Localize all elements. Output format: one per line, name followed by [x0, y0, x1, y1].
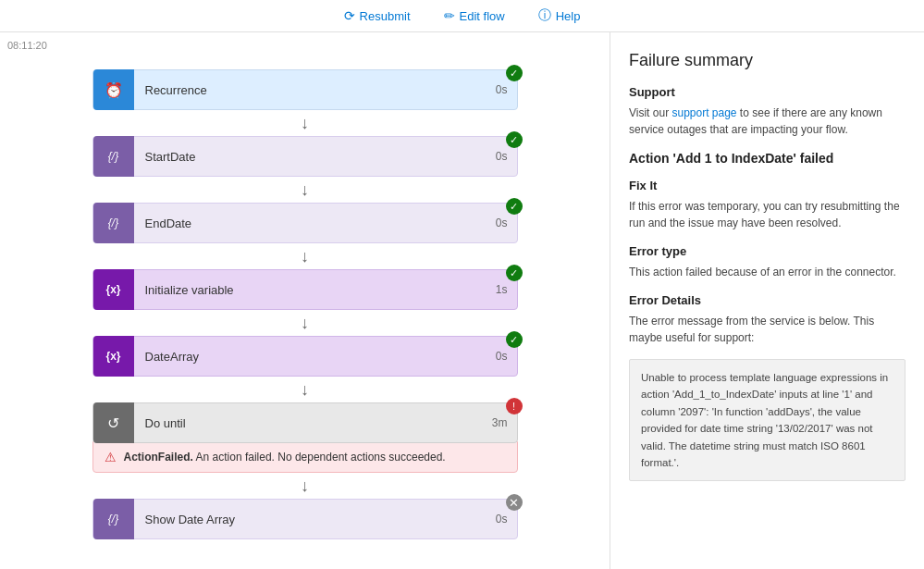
step-icon-startdate: {/} — [93, 136, 134, 177]
step-icon-dountil: ↺ — [93, 402, 134, 443]
main-layout: 08:11:20 ⏰ Recurrence 0s ✓ ↓ {/} StartDa… — [0, 32, 924, 569]
error-type-body: This action failed because of an error i… — [629, 264, 906, 280]
step-showdate[interactable]: {/} Show Date Array 0s ✕ — [92, 499, 518, 539]
help-label: Help — [556, 9, 581, 23]
support-page-link[interactable]: support page — [671, 106, 736, 119]
step-badge-initvar: ✓ — [506, 265, 523, 281]
edit-flow-button[interactable]: ✏ Edit flow — [440, 6, 509, 25]
error-details-title: Error Details — [629, 293, 906, 307]
support-section-title: Support — [629, 85, 906, 99]
arrow-5: ↓ — [301, 473, 309, 499]
step-icon-datearray: {x} — [93, 336, 134, 377]
resubmit-icon: ⟳ — [344, 8, 355, 23]
step-duration-datearray: 0s — [487, 350, 517, 363]
help-button[interactable]: ⓘ Help — [535, 6, 585, 26]
step-badge-recurrence: ✓ — [506, 65, 523, 81]
step-card-initvar[interactable]: {x} Initialize variable 1s ✓ — [92, 269, 518, 310]
error-bold-text: ActionFailed. — [124, 451, 193, 464]
step-card-enddate[interactable]: {/} EndDate 0s ✓ — [92, 203, 518, 243]
resubmit-button[interactable]: ⟳ Resubmit — [340, 6, 414, 25]
arrow-4: ↓ — [301, 377, 309, 402]
step-datearray[interactable]: {x} DateArray 0s ✓ — [92, 336, 518, 377]
step-badge-startdate: ✓ — [506, 131, 523, 148]
step-duration-initvar: 1s — [487, 283, 517, 296]
step-duration-startdate: 0s — [487, 150, 517, 163]
arrow-3: ↓ — [301, 310, 309, 336]
step-icon-showdate: {/} — [93, 499, 134, 539]
flow-panel: 08:11:20 ⏰ Recurrence 0s ✓ ↓ {/} StartDa… — [0, 32, 610, 569]
step-duration-recurrence: 0s — [487, 83, 517, 96]
step-label-showdate: Show Date Array — [134, 513, 487, 526]
step-label-recurrence: Recurrence — [134, 83, 487, 97]
timestamp: 08:11:20 — [7, 40, 47, 51]
step-label-initvar: Initialize variable — [134, 283, 487, 297]
step-duration-dountil: 3m — [483, 416, 517, 429]
step-enddate[interactable]: {/} EndDate 0s ✓ — [92, 203, 518, 243]
summary-panel: Failure summary Support Visit our suppor… — [610, 32, 924, 569]
error-plain-text: An action failed. No dependent actions s… — [193, 451, 446, 464]
help-icon: ⓘ — [538, 7, 551, 24]
step-icon-recurrence: ⏰ — [93, 69, 134, 110]
step-card-showdate[interactable]: {/} Show Date Array 0s ✕ — [92, 499, 518, 539]
error-detail-box: Unable to process template language expr… — [629, 359, 906, 481]
step-dountil[interactable]: ↺ Do until 3m ! ⚠ ActionFailed. An actio… — [92, 402, 518, 473]
step-label-startdate: StartDate — [134, 150, 487, 164]
step-recurrence[interactable]: ⏰ Recurrence 0s ✓ — [92, 69, 518, 110]
support-section-body: Visit our support page to see if there a… — [629, 105, 906, 138]
step-card-datearray[interactable]: {x} DateArray 0s ✓ — [92, 336, 518, 377]
error-block-dountil: ⚠ ActionFailed. An action failed. No dep… — [92, 441, 518, 473]
resubmit-label: Resubmit — [360, 9, 411, 23]
error-text: ActionFailed. An action failed. No depen… — [124, 451, 446, 464]
fix-it-body: If this error was temporary, you can try… — [629, 198, 906, 231]
error-triangle-icon: ⚠ — [105, 450, 117, 464]
step-label-enddate: EndDate — [134, 216, 487, 230]
step-icon-initvar: {x} — [93, 269, 134, 310]
summary-title: Failure summary — [629, 51, 906, 70]
flow-content: ⏰ Recurrence 0s ✓ ↓ {/} StartDate 0s ✓ ↓ — [0, 32, 610, 558]
step-badge-dountil: ! — [506, 398, 523, 414]
step-duration-enddate: 0s — [487, 216, 517, 229]
step-card-dountil[interactable]: ↺ Do until 3m ! — [92, 402, 518, 443]
error-type-title: Error type — [629, 244, 906, 258]
step-icon-enddate: {/} — [93, 203, 134, 243]
error-details-body: The error message from the service is be… — [629, 313, 906, 346]
step-badge-enddate: ✓ — [506, 198, 523, 215]
step-initvar[interactable]: {x} Initialize variable 1s ✓ — [92, 269, 518, 310]
step-badge-showdate: ✕ — [506, 494, 523, 511]
toolbar: ⟳ Resubmit ✏ Edit flow ⓘ Help — [0, 0, 924, 32]
step-card-startdate[interactable]: {/} StartDate 0s ✓ — [92, 136, 518, 177]
step-label-datearray: DateArray — [134, 350, 487, 364]
step-label-dountil: Do until — [134, 416, 483, 430]
step-badge-datearray: ✓ — [506, 331, 523, 348]
fix-it-title: Fix It — [629, 179, 906, 192]
step-duration-showdate: 0s — [487, 513, 517, 526]
step-card-recurrence[interactable]: ⏰ Recurrence 0s ✓ — [92, 69, 518, 110]
edit-flow-label: Edit flow — [460, 9, 505, 23]
arrow-1: ↓ — [301, 177, 309, 203]
step-startdate[interactable]: {/} StartDate 0s ✓ — [92, 136, 518, 177]
support-text-pre: Visit our — [629, 106, 671, 119]
action-failed-title: Action 'Add 1 to IndexDate' failed — [629, 151, 906, 166]
arrow-2: ↓ — [301, 243, 309, 269]
edit-icon: ✏ — [444, 8, 455, 23]
arrow-0: ↓ — [301, 110, 309, 136]
